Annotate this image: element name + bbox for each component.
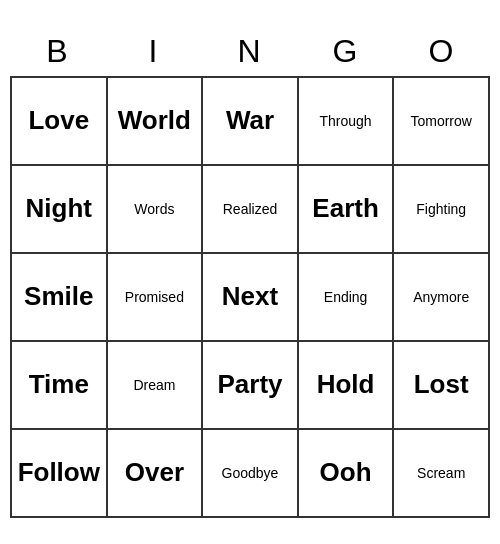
bingo-cell: Ooh xyxy=(299,430,395,518)
bingo-cell: Night xyxy=(12,166,108,254)
bingo-cell: Ending xyxy=(299,254,395,342)
bingo-cell: Realized xyxy=(203,166,299,254)
header-letter: G xyxy=(298,27,394,76)
bingo-grid: LoveWorldWarThroughTomorrowNightWordsRea… xyxy=(10,76,490,518)
bingo-cell: Lost xyxy=(394,342,490,430)
header-letter: B xyxy=(10,27,106,76)
bingo-cell: War xyxy=(203,78,299,166)
bingo-cell: Earth xyxy=(299,166,395,254)
bingo-cell: World xyxy=(108,78,204,166)
bingo-cell: Smile xyxy=(12,254,108,342)
header-letter: O xyxy=(394,27,490,76)
bingo-cell: Over xyxy=(108,430,204,518)
bingo-cell: Dream xyxy=(108,342,204,430)
bingo-card: BINGO LoveWorldWarThroughTomorrowNightWo… xyxy=(10,27,490,518)
header-letter: I xyxy=(106,27,202,76)
bingo-cell: Through xyxy=(299,78,395,166)
bingo-cell: Love xyxy=(12,78,108,166)
header-letter: N xyxy=(202,27,298,76)
bingo-cell: Anymore xyxy=(394,254,490,342)
bingo-cell: Tomorrow xyxy=(394,78,490,166)
bingo-cell: Follow xyxy=(12,430,108,518)
bingo-header: BINGO xyxy=(10,27,490,76)
bingo-cell: Next xyxy=(203,254,299,342)
bingo-cell: Party xyxy=(203,342,299,430)
bingo-cell: Promised xyxy=(108,254,204,342)
bingo-cell: Time xyxy=(12,342,108,430)
bingo-cell: Scream xyxy=(394,430,490,518)
bingo-cell: Hold xyxy=(299,342,395,430)
bingo-cell: Goodbye xyxy=(203,430,299,518)
bingo-cell: Fighting xyxy=(394,166,490,254)
bingo-cell: Words xyxy=(108,166,204,254)
